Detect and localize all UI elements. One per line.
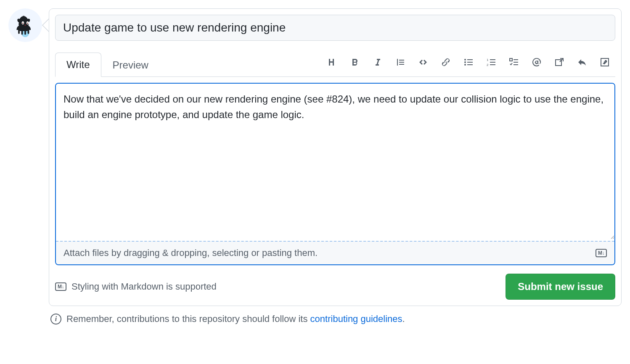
fullscreen-icon[interactable] (599, 57, 610, 68)
svg-point-6 (464, 59, 466, 61)
attach-bar[interactable]: Attach files by dragging & dropping, sel… (56, 241, 614, 264)
submit-new-issue-button[interactable]: Submit new issue (506, 274, 615, 300)
heading-icon[interactable] (327, 57, 338, 68)
markdown-badge-icon: M↓ (55, 282, 66, 291)
editor-tabs: Write Preview 12 (55, 53, 615, 77)
octocat-icon (13, 13, 38, 38)
tab-write[interactable]: Write (55, 53, 101, 77)
cross-reference-icon[interactable] (554, 57, 565, 68)
svg-point-4 (27, 23, 28, 24)
bold-icon[interactable] (349, 57, 360, 68)
link-icon[interactable] (440, 57, 451, 68)
quote-icon[interactable] (395, 57, 406, 68)
guideline-prefix: Remember, contributions to this reposito… (66, 314, 310, 324)
code-icon[interactable] (418, 57, 429, 68)
markdown-badge-icon[interactable]: M↓ (596, 249, 607, 257)
attach-hint: Attach files by dragging & dropping, sel… (64, 248, 318, 258)
mention-icon[interactable] (531, 57, 542, 68)
svg-rect-11 (510, 58, 512, 61)
reply-icon[interactable] (577, 57, 588, 68)
contributing-guidelines-note: i Remember, contributions to this reposi… (49, 314, 622, 324)
svg-point-5 (24, 25, 26, 26)
guideline-text: Remember, contributions to this reposito… (66, 314, 405, 324)
contributing-guidelines-link[interactable]: contributing guidelines (310, 314, 402, 324)
svg-point-3 (22, 23, 24, 24)
tab-preview[interactable]: Preview (101, 53, 160, 77)
svg-text:2: 2 (487, 63, 489, 67)
form-footer: M↓ Styling with Markdown is supported Su… (55, 274, 615, 300)
guideline-suffix: . (402, 314, 405, 324)
speech-caret (42, 18, 49, 32)
italic-icon[interactable] (372, 57, 383, 68)
issue-form: Write Preview 12 (49, 8, 622, 306)
markdown-support-label: Styling with Markdown is supported (71, 281, 217, 292)
tasklist-icon[interactable] (508, 57, 519, 68)
comment-body-wrap: Attach files by dragging & dropping, sel… (55, 83, 615, 265)
avatar (8, 8, 42, 42)
issue-body-textarea[interactable] (56, 84, 614, 239)
unordered-list-icon[interactable] (463, 57, 474, 68)
svg-point-7 (464, 61, 466, 63)
svg-text:1: 1 (487, 58, 489, 62)
markdown-toolbar: 12 (327, 57, 615, 73)
svg-point-8 (464, 64, 466, 66)
markdown-support-link[interactable]: M↓ Styling with Markdown is supported (55, 281, 217, 292)
ordered-list-icon[interactable]: 12 (486, 57, 497, 68)
issue-title-input[interactable] (55, 15, 615, 41)
info-icon: i (50, 314, 61, 324)
